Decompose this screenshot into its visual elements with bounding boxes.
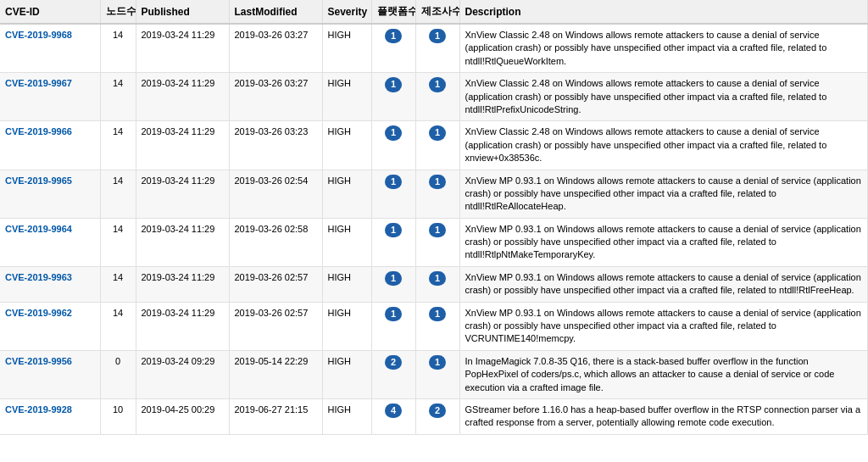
description-text: XnView MP 0.93.1 on Windows allows remot…: [459, 266, 868, 302]
col-header-last-modified: LastModified: [229, 0, 322, 24]
severity-value: HIGH: [322, 121, 371, 170]
severity-value: HIGH: [322, 302, 371, 350]
node-count: 14: [100, 121, 136, 170]
node-count: 0: [100, 350, 136, 398]
description-text: GStreamer before 1.16.0 has a heap-based…: [459, 398, 868, 434]
published-date: 2019-03-24 11:29: [136, 218, 229, 266]
last-modified-date: 2019-05-14 22:29: [229, 350, 322, 398]
description-text: XnView Classic 2.48 on Windows allows re…: [459, 73, 868, 121]
vendor-count: 1: [415, 73, 459, 121]
node-count: 14: [100, 73, 136, 121]
published-date: 2019-03-24 11:29: [136, 24, 229, 73]
severity-value: HIGH: [322, 350, 371, 398]
platform-count: 1: [371, 302, 415, 350]
node-count: 14: [100, 266, 136, 302]
platform-count: 1: [371, 266, 415, 302]
vendor-badge: 1: [429, 271, 446, 286]
table-row: CVE-2019-9967142019-03-24 11:292019-03-2…: [0, 73, 868, 121]
vendor-count: 2: [415, 398, 459, 434]
description-text: XnView MP 0.93.1 on Windows allows remot…: [459, 302, 868, 350]
published-date: 2019-03-24 11:29: [136, 266, 229, 302]
node-count: 10: [100, 398, 136, 434]
platform-count: 1: [371, 170, 415, 218]
severity-value: HIGH: [322, 218, 371, 266]
vendor-badge: 1: [429, 125, 446, 140]
description-text: XnView Classic 2.48 on Windows allows re…: [459, 24, 868, 73]
published-date: 2019-03-24 11:29: [136, 73, 229, 121]
severity-value: HIGH: [322, 398, 371, 434]
description-text: In ImageMagick 7.0.8-35 Q16, there is a …: [459, 350, 868, 398]
platform-count: 1: [371, 121, 415, 170]
severity-value: HIGH: [322, 266, 371, 302]
cve-id-link[interactable]: CVE-2019-9963: [5, 272, 72, 282]
cve-id-link[interactable]: CVE-2019-9964: [5, 224, 72, 234]
published-date: 2019-03-24 09:29: [136, 350, 229, 398]
platform-count: 1: [371, 73, 415, 121]
platform-badge: 1: [385, 125, 402, 140]
published-date: 2019-04-25 00:29: [136, 398, 229, 434]
col-header-description: Description: [459, 0, 868, 24]
col-header-severity: Severity: [322, 0, 371, 24]
platform-badge: 1: [385, 175, 402, 189]
table-row: CVE-2019-9966142019-03-24 11:292019-03-2…: [0, 121, 868, 170]
published-date: 2019-03-24 11:29: [136, 170, 229, 218]
platform-badge: 1: [385, 29, 402, 43]
platform-badge: 2: [385, 355, 402, 370]
vendor-count: 1: [415, 170, 459, 218]
vendor-count: 1: [415, 350, 459, 398]
platform-badge: 1: [385, 223, 402, 237]
platform-badge: 1: [385, 271, 402, 286]
vendor-count: 1: [415, 218, 459, 266]
platform-badge: 1: [385, 77, 402, 92]
vendor-badge: 1: [429, 223, 446, 237]
table-row: CVE-2019-9928102019-04-25 00:292019-06-2…: [0, 398, 868, 434]
col-header-platforms: 플랫폼수: [371, 0, 415, 24]
published-date: 2019-03-24 11:29: [136, 302, 229, 350]
last-modified-date: 2019-03-26 03:27: [229, 73, 322, 121]
cve-id-link[interactable]: CVE-2019-9928: [5, 404, 72, 415]
platform-count: 4: [371, 398, 415, 434]
table-row: CVE-2019-995602019-03-24 09:292019-05-14…: [0, 350, 868, 398]
last-modified-date: 2019-03-26 02:54: [229, 170, 322, 218]
last-modified-date: 2019-03-26 03:27: [229, 24, 322, 73]
platform-count: 2: [371, 350, 415, 398]
severity-value: HIGH: [322, 170, 371, 218]
vendor-count: 1: [415, 24, 459, 73]
node-count: 14: [100, 218, 136, 266]
vendor-badge: 1: [429, 29, 446, 43]
vendor-count: 1: [415, 302, 459, 350]
description-text: XnView MP 0.93.1 on Windows allows remot…: [459, 218, 868, 266]
description-text: XnView MP 0.93.1 on Windows allows remot…: [459, 170, 868, 218]
cve-id-link[interactable]: CVE-2019-9965: [5, 175, 72, 186]
col-header-published: Published: [136, 0, 229, 24]
platform-count: 1: [371, 218, 415, 266]
col-header-nodes: 노드수: [100, 0, 136, 24]
cve-id-link[interactable]: CVE-2019-9956: [5, 356, 72, 366]
platform-badge: 4: [385, 404, 402, 418]
vendor-badge: 1: [429, 355, 446, 370]
node-count: 14: [100, 24, 136, 73]
table-row: CVE-2019-9965142019-03-24 11:292019-03-2…: [0, 170, 868, 218]
table-row: CVE-2019-9964142019-03-24 11:292019-03-2…: [0, 218, 868, 266]
node-count: 14: [100, 170, 136, 218]
table-row: CVE-2019-9968142019-03-24 11:292019-03-2…: [0, 24, 868, 73]
cve-id-link[interactable]: CVE-2019-9968: [5, 30, 72, 40]
last-modified-date: 2019-03-26 02:58: [229, 218, 322, 266]
cve-id-link[interactable]: CVE-2019-9967: [5, 78, 72, 88]
vendor-badge: 1: [429, 77, 446, 92]
cve-id-link[interactable]: CVE-2019-9962: [5, 308, 72, 318]
last-modified-date: 2019-06-27 21:15: [229, 398, 322, 434]
platform-count: 1: [371, 24, 415, 73]
cve-id-link[interactable]: CVE-2019-9966: [5, 126, 72, 136]
table-row: CVE-2019-9963142019-03-24 11:292019-03-2…: [0, 266, 868, 302]
vendor-badge: 1: [429, 307, 446, 321]
vendor-badge: 2: [429, 404, 446, 418]
severity-value: HIGH: [322, 73, 371, 121]
table-row: CVE-2019-9962142019-03-24 11:292019-03-2…: [0, 302, 868, 350]
last-modified-date: 2019-03-26 02:57: [229, 266, 322, 302]
vendor-count: 1: [415, 266, 459, 302]
table-header-row: CVE-ID 노드수 Published LastModified Severi…: [0, 0, 868, 24]
severity-value: HIGH: [322, 24, 371, 73]
cve-table: CVE-ID 노드수 Published LastModified Severi…: [0, 0, 868, 435]
node-count: 14: [100, 302, 136, 350]
